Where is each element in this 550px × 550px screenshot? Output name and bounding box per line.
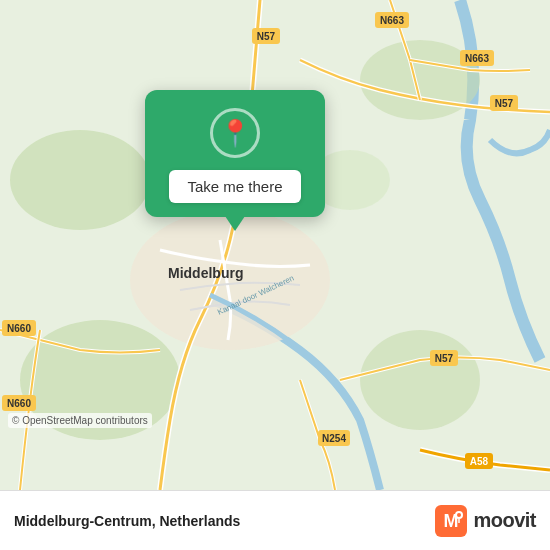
svg-text:N57: N57 [495,98,514,109]
location-icon-circle: 📍 [210,108,260,158]
osm-credit: © OpenStreetMap contributors [8,413,152,428]
svg-point-4 [360,330,480,430]
city-label: Middelburg [168,265,243,281]
map-area: N57 N663 N663 N57 N660 N660 N57 N254 [0,0,550,490]
svg-point-29 [457,513,461,517]
svg-text:N254: N254 [322,433,346,444]
svg-text:N660: N660 [7,323,31,334]
svg-text:N57: N57 [435,353,454,364]
location-popup: 📍 Take me there [145,90,325,217]
app-container: N57 N663 N663 N57 N660 N660 N57 N254 [0,0,550,550]
location-name: Middelburg-Centrum, Netherlands [14,513,240,529]
svg-text:N663: N663 [380,15,404,26]
svg-text:N663: N663 [465,53,489,64]
location-pin-icon: 📍 [219,120,251,146]
svg-point-1 [10,130,150,230]
bottom-bar: Middelburg-Centrum, Netherlands M moovit [0,490,550,550]
location-info: Middelburg-Centrum, Netherlands [14,513,240,529]
svg-text:A58: A58 [470,456,489,467]
svg-text:N57: N57 [257,31,276,42]
take-me-there-button[interactable]: Take me there [169,170,300,203]
moovit-logo: M moovit [435,505,536,537]
moovit-brand-name: moovit [473,509,536,532]
moovit-icon-svg: M [435,505,467,537]
svg-text:N660: N660 [7,398,31,409]
